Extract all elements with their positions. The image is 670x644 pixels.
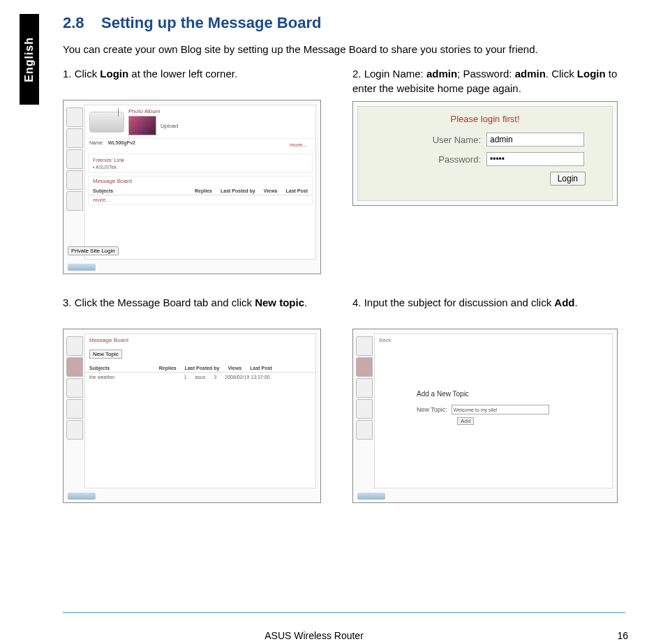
mb-more: more... [89,195,312,204]
add-topic-title: Add a New Topic [417,390,591,398]
step-4-bold: Add [554,297,574,308]
step-3-text: 3. Click the Message Board tab and click… [63,295,332,323]
mb-title: Message Board [85,334,315,346]
device-name-row: Name: WL500gPv2 more... [85,139,315,151]
page-number: 16 [617,630,628,641]
step-1-bold: Login [100,68,128,80]
step-2-pre: Login Name: [364,68,426,80]
login-prompt: Please login first! [365,114,605,124]
mini-tab [66,149,83,169]
mini-tab [356,420,373,440]
password-label: Password: [418,154,481,165]
name-label: Name: [89,140,104,149]
username-label: User Name: [418,135,481,145]
step-3-bold: New topic [255,297,304,308]
login-button: Login [550,172,586,186]
friends-link-section: Friends' Link • ASUSTek [88,153,313,173]
step-2-num: 2. [352,68,362,80]
mini-tabs [356,336,373,440]
login-pass-row: Password: ••••• [365,152,605,166]
step-2-text: 2. Login Name: admin; Password: admin. C… [352,66,621,96]
col-subjects: Subjects [89,366,151,370]
login-panel: Please login first! User Name: admin Pas… [357,106,613,201]
message-board-section: Message Board Subjects Replies Last Post… [88,176,313,205]
mini-tab [356,399,373,419]
row-lastby: asus [195,375,206,380]
col-replies: Replies [159,366,177,370]
mini-main-panel: Message Board New Topic Subjects Replies… [84,334,316,488]
mb-table-head: Subjects Replies Last Posted by Views La… [89,187,312,195]
mini-tab [66,399,83,419]
asus-logo [68,264,96,271]
section-heading: 2.8 Setting up the Message Board [63,14,621,32]
screenshot-step-1: Photo Album Upload Name: WL500gPv2 [63,100,321,274]
col-lastpost: Last Post [250,366,311,370]
new-topic-label: New Topic: [417,406,447,413]
mb-row: the weather 1 asus 3 2008/02/19 13:37:00 [85,373,315,382]
col-views: Views [264,188,278,193]
row-lastpost: 2008/02/19 13:37:00 [225,375,311,380]
mini-tab [356,336,373,356]
mini-header: Photo Album Upload [85,105,315,139]
mini-tabs [66,107,83,211]
language-tab-label: English [23,37,36,82]
message-board-title: Message Board [89,177,312,186]
mini-main-panel: Photo Album Upload Name: WL500gPv2 [84,105,316,260]
step-3-post: . [304,297,307,308]
step-1-text: 1. Click Login at the lower left corner. [63,66,332,94]
add-topic-row: New Topic: Welcome to my site! [417,405,591,414]
mini-tab [66,170,83,190]
row-subject: the weather [89,375,176,380]
friends-link-item: • ASUSTek [93,165,308,170]
new-topic-input: Welcome to my site! [452,405,549,414]
screenshot-step-4: Back Add a New Topic New Topic: Welcome … [352,329,618,503]
login-user-row: User Name: admin [365,133,605,147]
mini-tab [66,420,83,440]
col-lastpost: Last Post [285,188,308,193]
step-2-b3: Login [577,68,606,80]
mini-tab-active [66,357,83,377]
name-value: WL500gPv2 [108,140,135,149]
password-input: ••••• [486,152,584,166]
mini-main-panel: Back Add a New Topic New Topic: Welcome … [374,334,613,488]
row-replies: 1 [184,375,187,380]
more-link: more... [285,140,311,149]
language-tab: English [20,14,39,105]
friends-link-title: Friends' Link [93,157,308,163]
step-4-text: 4. Input the subject for discussion and … [352,295,621,323]
row-views: 3 [214,375,216,380]
add-button: Add [457,417,474,425]
step-2-mid: ; Password: [457,68,515,80]
col-subjects: Subjects [93,188,186,193]
step-2-b2: admin [515,68,546,80]
col-replies: Replies [195,188,212,193]
step-4-pre: Input the subject for discussion and cli… [364,297,555,308]
col-lastby: Last Posted by [185,366,220,370]
album-thumbnail [128,116,156,135]
mini-tab [66,128,83,148]
mini-tab [356,378,373,398]
asus-logo [68,493,96,500]
album-upload-label: Upload [161,123,178,129]
step-3-pre: Click the Message Board tab and click [75,297,255,308]
router-icon [89,112,124,133]
private-site-login-button: Private Site Login [68,246,119,255]
heading-text: Setting up the Message Board [101,14,321,31]
footer-title: ASUS Wireless Router [0,630,628,641]
username-input: admin [486,133,584,147]
step-1-pre: Click [75,68,100,80]
mini-tab [66,107,83,127]
mini-tab-active [356,357,373,377]
mini-tab [66,378,83,398]
screenshot-step-3: Message Board New Topic Subjects Replies… [63,329,321,503]
back-link: Back [375,334,612,346]
new-topic-button: New Topic [89,350,122,359]
step-3-num: 3. [63,297,72,308]
step-2-mid2: . Click [546,68,577,80]
col-lastby: Last Posted by [221,188,255,193]
intro-text: You can create your own Blog site by set… [63,42,621,57]
add-topic-area: Add a New Topic New Topic: Welcome to my… [417,390,591,424]
photo-album-title: Photo Album [128,108,311,114]
mini-tab [66,336,83,356]
mb-table-head: Subjects Replies Last Posted by Views La… [85,364,315,373]
